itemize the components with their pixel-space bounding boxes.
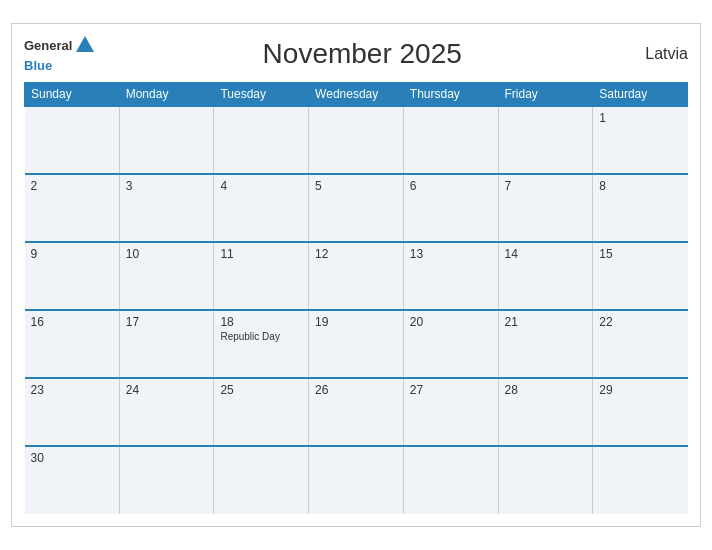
logo-blue-text: Blue xyxy=(24,58,52,73)
calendar-cell: 15 xyxy=(593,242,688,310)
day-number: 12 xyxy=(315,247,397,261)
calendar-cell: 4 xyxy=(214,174,309,242)
day-number: 4 xyxy=(220,179,302,193)
day-number: 10 xyxy=(126,247,208,261)
calendar-cell: 18Republic Day xyxy=(214,310,309,378)
calendar-row-0: 1 xyxy=(25,106,688,174)
calendar-cell xyxy=(119,106,214,174)
day-number: 19 xyxy=(315,315,397,329)
svg-marker-0 xyxy=(76,36,94,52)
calendar-cell: 16 xyxy=(25,310,120,378)
calendar-cell xyxy=(309,106,404,174)
day-number: 8 xyxy=(599,179,681,193)
calendar-cell: 21 xyxy=(498,310,593,378)
day-number: 30 xyxy=(31,451,113,465)
calendar-cell: 6 xyxy=(403,174,498,242)
calendar-cell: 30 xyxy=(25,446,120,514)
header-monday: Monday xyxy=(119,83,214,107)
calendar-cell xyxy=(214,446,309,514)
calendar-cell xyxy=(498,446,593,514)
day-number: 11 xyxy=(220,247,302,261)
header-wednesday: Wednesday xyxy=(309,83,404,107)
calendar-cell xyxy=(25,106,120,174)
logo: General Blue xyxy=(24,34,96,74)
calendar-cell: 10 xyxy=(119,242,214,310)
calendar-cell: 29 xyxy=(593,378,688,446)
calendar-cell xyxy=(593,446,688,514)
calendar-cell: 8 xyxy=(593,174,688,242)
day-number: 6 xyxy=(410,179,492,193)
day-number: 28 xyxy=(505,383,587,397)
day-number: 25 xyxy=(220,383,302,397)
calendar-cell: 2 xyxy=(25,174,120,242)
day-number: 26 xyxy=(315,383,397,397)
calendar-cell: 24 xyxy=(119,378,214,446)
calendar-cell xyxy=(309,446,404,514)
calendar: General Blue November 2025 Latvia Sunday… xyxy=(11,23,701,527)
calendar-cell: 14 xyxy=(498,242,593,310)
day-number: 1 xyxy=(599,111,681,125)
logo-general-text: General xyxy=(24,39,72,52)
month-title: November 2025 xyxy=(96,38,628,70)
calendar-cell: 26 xyxy=(309,378,404,446)
calendar-cell: 7 xyxy=(498,174,593,242)
calendar-cell: 23 xyxy=(25,378,120,446)
calendar-cell: 19 xyxy=(309,310,404,378)
calendar-cell: 12 xyxy=(309,242,404,310)
calendar-table: Sunday Monday Tuesday Wednesday Thursday… xyxy=(24,82,688,514)
calendar-cell xyxy=(214,106,309,174)
calendar-cell xyxy=(403,446,498,514)
calendar-row-2: 9101112131415 xyxy=(25,242,688,310)
day-number: 13 xyxy=(410,247,492,261)
calendar-row-1: 2345678 xyxy=(25,174,688,242)
day-number: 18 xyxy=(220,315,302,329)
calendar-row-3: 161718Republic Day19202122 xyxy=(25,310,688,378)
calendar-header: General Blue November 2025 Latvia xyxy=(24,34,688,74)
day-number: 17 xyxy=(126,315,208,329)
day-number: 23 xyxy=(31,383,113,397)
calendar-cell: 5 xyxy=(309,174,404,242)
header-tuesday: Tuesday xyxy=(214,83,309,107)
calendar-row-4: 23242526272829 xyxy=(25,378,688,446)
calendar-cell: 27 xyxy=(403,378,498,446)
day-number: 7 xyxy=(505,179,587,193)
day-number: 2 xyxy=(31,179,113,193)
calendar-cell: 3 xyxy=(119,174,214,242)
header-thursday: Thursday xyxy=(403,83,498,107)
day-number: 27 xyxy=(410,383,492,397)
country-label: Latvia xyxy=(628,45,688,63)
day-number: 9 xyxy=(31,247,113,261)
weekday-header-row: Sunday Monday Tuesday Wednesday Thursday… xyxy=(25,83,688,107)
calendar-cell: 17 xyxy=(119,310,214,378)
day-number: 16 xyxy=(31,315,113,329)
calendar-cell: 9 xyxy=(25,242,120,310)
calendar-cell: 22 xyxy=(593,310,688,378)
calendar-cell: 25 xyxy=(214,378,309,446)
day-number: 14 xyxy=(505,247,587,261)
day-number: 15 xyxy=(599,247,681,261)
calendar-cell xyxy=(498,106,593,174)
calendar-cell: 1 xyxy=(593,106,688,174)
calendar-cell xyxy=(403,106,498,174)
header-sunday: Sunday xyxy=(25,83,120,107)
day-number: 24 xyxy=(126,383,208,397)
calendar-row-5: 30 xyxy=(25,446,688,514)
calendar-cell: 11 xyxy=(214,242,309,310)
day-number: 5 xyxy=(315,179,397,193)
day-number: 22 xyxy=(599,315,681,329)
logo-icon xyxy=(74,34,96,56)
day-number: 3 xyxy=(126,179,208,193)
day-number: 21 xyxy=(505,315,587,329)
event-label: Republic Day xyxy=(220,331,302,342)
day-number: 20 xyxy=(410,315,492,329)
calendar-cell: 20 xyxy=(403,310,498,378)
calendar-cell: 28 xyxy=(498,378,593,446)
header-friday: Friday xyxy=(498,83,593,107)
calendar-cell: 13 xyxy=(403,242,498,310)
header-saturday: Saturday xyxy=(593,83,688,107)
day-number: 29 xyxy=(599,383,681,397)
calendar-cell xyxy=(119,446,214,514)
